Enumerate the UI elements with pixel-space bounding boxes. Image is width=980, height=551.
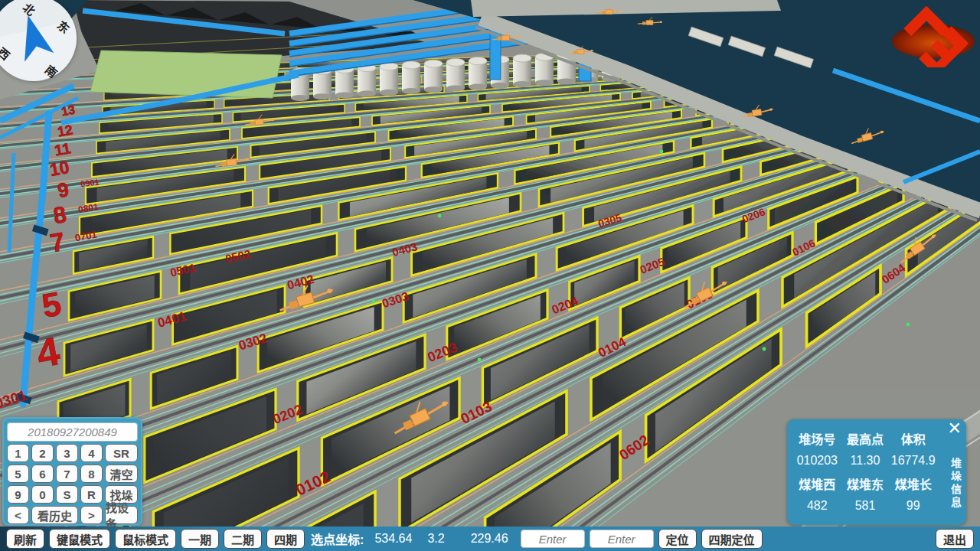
locate-button[interactable]: 定位 xyxy=(658,529,697,549)
max-point-header: 最高点 xyxy=(841,429,890,448)
pile-east-value: 581 xyxy=(841,499,890,513)
pile-length-value: 99 xyxy=(889,499,937,513)
coord-enter-input-1[interactable] xyxy=(521,530,585,548)
yard-no-header: 堆场号 xyxy=(793,429,841,448)
pile-east-header: 煤堆东 xyxy=(841,474,890,493)
coord-enter-input-2[interactable] xyxy=(590,530,654,548)
picked-point-z: 229.46 xyxy=(471,532,508,546)
pile-length-header: 煤堆长 xyxy=(889,474,937,493)
pile-search-keypad-panel: 1234SR5678清空90SR找垛<看历史>找设备 xyxy=(2,417,142,526)
status-dot xyxy=(478,358,482,362)
key-sr[interactable]: SR xyxy=(105,444,138,462)
pile-info-side-label: 堆垛信息 xyxy=(948,458,962,510)
bottom-toolbar: 刷新 键鼠模式 鼠标模式 一期 二期 四期 选点坐标: 534.64 3.2 2… xyxy=(0,527,980,551)
status-dot xyxy=(372,300,376,304)
status-dot xyxy=(763,347,766,351)
key-0[interactable]: 0 xyxy=(31,485,54,504)
key-2[interactable]: 2 xyxy=(31,444,54,462)
key-r[interactable]: R xyxy=(80,485,103,504)
phase4-locate-button[interactable]: 四期定位 xyxy=(701,529,763,549)
company-logo xyxy=(891,6,975,67)
compass-arrow-icon xyxy=(4,8,64,68)
max-point-value: 11.30 xyxy=(841,454,890,468)
key-4[interactable]: 4 xyxy=(80,444,103,462)
status-dot xyxy=(660,150,664,154)
phase4-button[interactable]: 四期 xyxy=(266,529,305,549)
coal-yard-3d-app: { "compass": { "north": "北", "east": "东"… xyxy=(0,0,980,551)
pile-west-header: 煤堆西 xyxy=(793,474,841,493)
yard-no-value: 010203 xyxy=(793,454,841,468)
row-number-label: 11 xyxy=(53,139,72,158)
key-1[interactable]: 1 xyxy=(7,444,29,462)
row-number-label: 10 xyxy=(48,157,71,180)
key-prev[interactable]: < xyxy=(7,506,29,524)
picked-point-label: 选点坐标: xyxy=(311,530,364,548)
mouse-mode-button[interactable]: 鼠标模式 xyxy=(115,529,176,549)
key-next[interactable]: > xyxy=(80,506,103,524)
key-view-history[interactable]: 看历史 xyxy=(31,506,78,524)
volume-value: 16774.9 xyxy=(889,454,937,468)
picked-point-y: 3.2 xyxy=(427,532,444,546)
pile-west-value: 482 xyxy=(793,499,841,513)
pile-info-panel: ✕ 堆场号 最高点 体积 010203 11.30 16774.9 煤堆西 煤堆… xyxy=(787,419,966,525)
picked-point-x: 534.64 xyxy=(374,532,412,546)
key-6[interactable]: 6 xyxy=(31,465,54,483)
exit-button[interactable]: 退出 xyxy=(936,529,974,549)
status-dot xyxy=(906,323,910,327)
key-clear[interactable]: 清空 xyxy=(105,465,138,483)
key-3[interactable]: 3 xyxy=(56,444,78,462)
status-dot xyxy=(438,214,442,218)
close-icon[interactable]: ✕ xyxy=(948,419,962,438)
key-find-device[interactable]: 找设备 xyxy=(105,506,138,524)
keypad-keys: 1234SR5678清空90SR找垛<看历史>找设备 xyxy=(7,444,138,524)
phase2-button[interactable]: 二期 xyxy=(224,529,262,549)
key-8[interactable]: 8 xyxy=(80,465,103,483)
refresh-button[interactable]: 刷新 xyxy=(6,529,44,549)
row-number-label: 13 xyxy=(60,103,77,119)
key-7[interactable]: 7 xyxy=(56,465,78,483)
volume-header: 体积 xyxy=(889,429,937,448)
kb-mouse-mode-button[interactable]: 键鼠模式 xyxy=(49,529,110,549)
pile-code-input[interactable] xyxy=(7,422,138,442)
key-5[interactable]: 5 xyxy=(7,465,29,483)
row-number-label: 12 xyxy=(56,122,74,140)
phase1-button[interactable]: 一期 xyxy=(181,529,219,549)
key-s[interactable]: S xyxy=(56,485,78,504)
key-9[interactable]: 9 xyxy=(7,485,29,504)
